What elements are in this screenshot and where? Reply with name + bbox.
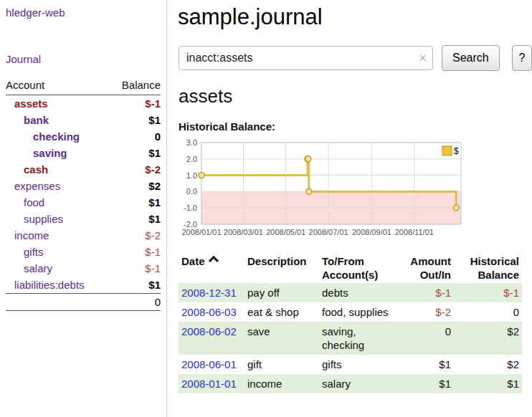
register-header-date[interactable]: Date bbox=[179, 253, 244, 283]
account-row: checking 0 bbox=[6, 128, 161, 145]
register-balance: 0 bbox=[454, 302, 522, 322]
search-box: × bbox=[179, 46, 433, 70]
accounts-header-account: Account bbox=[6, 79, 109, 95]
svg-text:2008/03/01: 2008/03/01 bbox=[224, 228, 263, 236]
search-input[interactable] bbox=[179, 46, 433, 70]
register-amount: $1 bbox=[396, 374, 454, 393]
search-button[interactable]: Search bbox=[442, 45, 500, 71]
register-balance: $-1 bbox=[454, 283, 522, 302]
account-link-checking[interactable]: checking bbox=[33, 130, 80, 143]
account-row: food $1 bbox=[6, 194, 161, 211]
register-accounts: gifts bbox=[319, 355, 396, 374]
account-balance: $1 bbox=[109, 277, 161, 294]
account-balance: $1 bbox=[109, 112, 161, 128]
accounts-table: Account Balance assets $-1 bank $1 check… bbox=[6, 79, 161, 311]
accounts-total-row: 0 bbox=[6, 294, 161, 311]
account-balance: $1 bbox=[109, 211, 161, 227]
register-row: 2008-01-01 income salary $1 $1 bbox=[179, 374, 522, 393]
register-row: 2008-06-02 save saving, checking 0 $2 bbox=[179, 322, 522, 355]
svg-text:$: $ bbox=[454, 146, 459, 156]
svg-text:2008/07/01: 2008/07/01 bbox=[309, 228, 348, 236]
svg-text:2008/11/01: 2008/11/01 bbox=[395, 228, 434, 236]
transaction-date-link[interactable]: 2008-12-31 bbox=[181, 287, 237, 299]
register-accounts: saving, checking bbox=[319, 322, 396, 355]
account-row: expenses $2 bbox=[6, 178, 161, 194]
account-link-supplies[interactable]: supplies bbox=[24, 213, 63, 225]
account-row: assets $-1 bbox=[6, 95, 161, 112]
main-content: sample.journal × Search ? assets Histori… bbox=[167, 0, 532, 393]
account-link-liabilities-debts[interactable]: liabilities:debts bbox=[14, 279, 85, 291]
account-row: cash $-2 bbox=[6, 161, 161, 178]
balance-chart-svg: 3.02.01.00.0-1.0-2.02008/01/012008/03/01… bbox=[179, 137, 465, 240]
svg-text:-1.0: -1.0 bbox=[184, 203, 197, 212]
account-row: bank $1 bbox=[6, 112, 161, 128]
account-balance: $-2 bbox=[109, 227, 161, 244]
register-amount: $1 bbox=[396, 355, 454, 374]
register-description: pay off bbox=[244, 283, 319, 302]
transaction-date-link[interactable]: 2008-06-03 bbox=[181, 306, 237, 318]
account-row: saving $1 bbox=[6, 145, 161, 161]
accounts-header-balance: Balance bbox=[109, 79, 161, 95]
account-row: supplies $1 bbox=[6, 211, 161, 227]
transaction-date-link[interactable]: 2008-01-01 bbox=[181, 378, 237, 390]
clear-search-icon[interactable]: × bbox=[419, 52, 427, 64]
nav-journal-link[interactable]: Journal bbox=[6, 53, 161, 65]
svg-text:0.0: 0.0 bbox=[186, 187, 197, 196]
register-header-amount: Amount Out/In bbox=[396, 253, 454, 283]
sidebar: hledger-web Journal Account Balance asse… bbox=[0, 0, 167, 417]
account-balance: 0 bbox=[109, 128, 161, 145]
help-button[interactable]: ? bbox=[512, 45, 532, 71]
register-description: save bbox=[244, 322, 319, 355]
balance-chart: 3.02.01.00.0-1.0-2.02008/01/012008/03/01… bbox=[179, 137, 532, 243]
register-row: 2008-06-01 gift gifts $1 $2 bbox=[179, 355, 522, 374]
register-amount: 0 bbox=[396, 322, 454, 355]
register-header-balance: Historical Balance bbox=[454, 253, 522, 283]
register-accounts: debts bbox=[319, 283, 396, 302]
account-link-salary[interactable]: salary bbox=[24, 262, 52, 274]
account-link-gifts[interactable]: gifts bbox=[24, 246, 44, 258]
sort-ascending-icon[interactable] bbox=[208, 256, 218, 266]
svg-text:1.0: 1.0 bbox=[186, 171, 197, 180]
svg-text:3.0: 3.0 bbox=[186, 138, 197, 147]
account-link-bank[interactable]: bank bbox=[24, 114, 49, 126]
register-balance: $2 bbox=[454, 355, 522, 374]
register-accounts: food, supplies bbox=[319, 302, 396, 322]
account-balance: $1 bbox=[109, 145, 161, 161]
chart-title: Historical Balance: bbox=[179, 120, 532, 133]
svg-text:2008/05/01: 2008/05/01 bbox=[266, 228, 305, 236]
account-row: income $-2 bbox=[6, 227, 161, 244]
account-link-food[interactable]: food bbox=[24, 196, 44, 208]
register-row: 2008-06-03 eat & shop food, supplies $-2… bbox=[179, 302, 522, 322]
account-balance: $-2 bbox=[109, 161, 161, 178]
accounts-total: 0 bbox=[109, 294, 161, 311]
register-header-accounts: To/From Account(s) bbox=[319, 253, 396, 283]
account-balance: $-1 bbox=[109, 260, 161, 277]
account-balance: $2 bbox=[109, 178, 161, 194]
app-title-link[interactable]: hledger-web bbox=[6, 6, 161, 19]
register-accounts: salary bbox=[319, 374, 396, 393]
account-link-saving[interactable]: saving bbox=[33, 147, 67, 159]
register-amount: $-1 bbox=[396, 283, 454, 302]
account-link-expenses[interactable]: expenses bbox=[14, 180, 60, 192]
account-balance: $-1 bbox=[109, 244, 161, 260]
account-row: salary $-1 bbox=[6, 260, 161, 277]
register-description: eat & shop bbox=[244, 302, 319, 322]
register-header-row: Date Description To/From Account(s) Amou… bbox=[179, 253, 522, 283]
transaction-date-link[interactable]: 2008-06-02 bbox=[181, 325, 237, 337]
register-header-description: Description bbox=[244, 253, 319, 283]
account-link-assets[interactable]: assets bbox=[14, 97, 48, 110]
account-heading: assets bbox=[179, 85, 532, 107]
register-balance: $2 bbox=[454, 322, 522, 355]
account-link-income[interactable]: income bbox=[14, 229, 49, 241]
account-balance: $-1 bbox=[109, 95, 161, 112]
register-amount: $-2 bbox=[396, 302, 454, 322]
svg-text:2008/01/01: 2008/01/01 bbox=[181, 228, 221, 236]
register-balance: $1 bbox=[454, 374, 522, 393]
transaction-date-link[interactable]: 2008-06-01 bbox=[181, 358, 237, 370]
register-table: Date Description To/From Account(s) Amou… bbox=[179, 253, 522, 393]
account-balance: $1 bbox=[109, 194, 161, 211]
svg-text:2008/09/01: 2008/09/01 bbox=[352, 228, 391, 236]
account-row: liabilities:debts $1 bbox=[6, 277, 161, 294]
search-form: × Search ? bbox=[179, 45, 532, 71]
account-link-cash[interactable]: cash bbox=[24, 163, 48, 176]
